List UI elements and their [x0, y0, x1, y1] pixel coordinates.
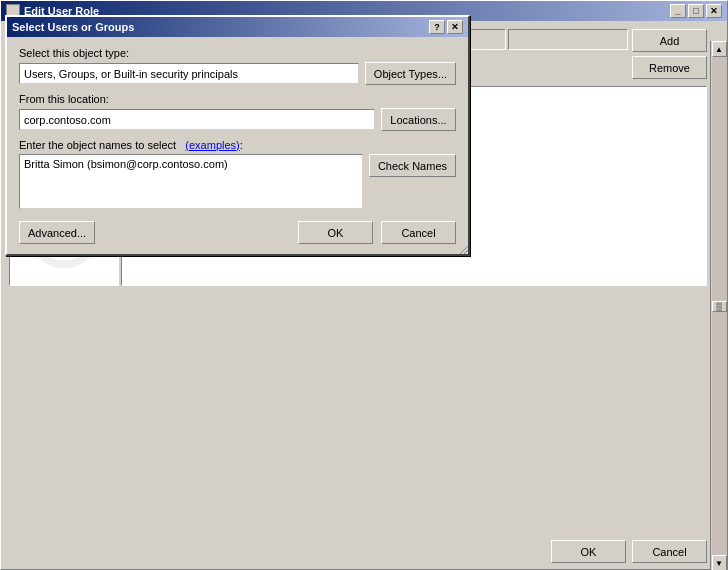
dialog-controls: ? ✕	[429, 20, 463, 34]
bg-maximize-btn[interactable]: □	[688, 4, 704, 18]
advanced-button[interactable]: Advanced...	[19, 221, 95, 244]
check-names-button[interactable]: Check Names	[369, 154, 456, 177]
dialog-titlebar: Select Users or Groups ? ✕	[7, 17, 468, 37]
object-types-button[interactable]: Object Types...	[365, 62, 456, 85]
dialog-ok-cancel: OK Cancel	[298, 221, 456, 244]
dialog-title-text: Select Users or Groups	[12, 21, 134, 33]
names-area-left	[19, 154, 363, 211]
dialog-close-btn[interactable]: ✕	[447, 20, 463, 34]
location-label: From this location:	[19, 93, 456, 105]
location-row: Locations...	[19, 108, 456, 131]
bg-ok-button[interactable]: OK	[551, 540, 626, 563]
svg-line-4	[464, 250, 468, 254]
bg-bottom-buttons: OK Cancel	[551, 540, 707, 563]
scroll-track-2[interactable]	[712, 312, 727, 556]
bg-minimize-btn[interactable]: _	[670, 4, 686, 18]
scroll-up-arrow[interactable]: ▲	[712, 41, 727, 57]
bg-cancel-button[interactable]: Cancel	[632, 540, 707, 563]
examples-link[interactable]: (examples)	[185, 139, 239, 151]
names-label: Enter the object names to select	[19, 139, 176, 151]
object-type-field[interactable]	[19, 63, 359, 84]
remove-button[interactable]: Remove	[632, 56, 707, 79]
dialog-help-btn[interactable]: ?	[429, 20, 445, 34]
dialog-body: Select this object type: Object Types...…	[7, 37, 468, 254]
dialog-bottom-buttons: Advanced... OK Cancel	[19, 221, 456, 244]
names-area-row: Check Names	[19, 154, 456, 211]
dialog-resize-grip[interactable]	[456, 242, 468, 254]
object-type-row: Object Types...	[19, 62, 456, 85]
bg-window-controls: _ □ ✕	[670, 4, 722, 18]
remove-button-container: Remove	[632, 56, 707, 79]
dialog-title: Select Users or Groups	[12, 21, 134, 33]
names-textarea[interactable]	[19, 154, 363, 209]
dialog-ok-button[interactable]: OK	[298, 221, 373, 244]
locations-button[interactable]: Locations...	[381, 108, 456, 131]
scroll-down-arrow[interactable]: ▼	[712, 555, 727, 570]
scroll-track[interactable]	[712, 57, 727, 301]
svg-line-3	[460, 246, 468, 254]
add-button[interactable]: Add	[632, 29, 707, 52]
select-users-dialog: Select Users or Groups ? ✕ Select this o…	[5, 15, 470, 256]
names-section-label: Enter the object names to select (exampl…	[19, 139, 456, 151]
bg-close-btn[interactable]: ✕	[706, 4, 722, 18]
resize-grip-icon	[456, 242, 468, 254]
dialog-cancel-button[interactable]: Cancel	[381, 221, 456, 244]
object-type-label: Select this object type:	[19, 47, 456, 59]
names-label-suffix: :	[240, 139, 243, 151]
bg-scrollbar: ▲ ▒ ▼	[710, 41, 727, 570]
location-field[interactable]	[19, 109, 375, 130]
scroll-thumb[interactable]: ▒	[712, 301, 727, 312]
